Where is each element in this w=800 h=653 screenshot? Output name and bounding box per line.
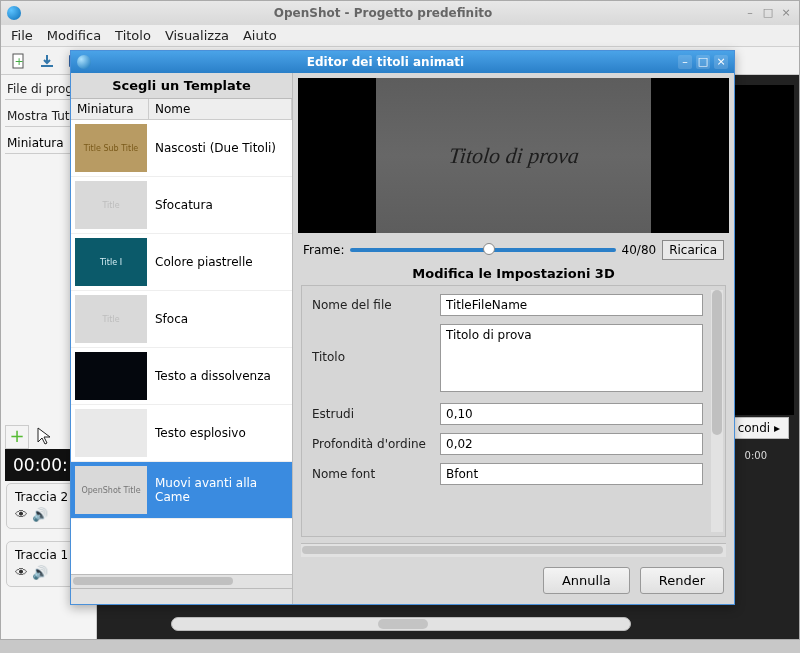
timecode-display: 00:00: — [5, 449, 75, 481]
settings-header: Modifica le Impostazioni 3D — [293, 262, 734, 285]
video-preview — [734, 85, 794, 415]
col-thumb[interactable]: Miniatura — [71, 99, 149, 119]
template-label: Testo esplosivo — [151, 426, 292, 440]
menu-title[interactable]: Titolo — [115, 28, 151, 43]
preview-stage: Titolo di prova — [298, 78, 729, 233]
title-label: Titolo — [312, 324, 440, 364]
template-label: Testo a dissolvenza — [151, 369, 292, 383]
template-thumb: Title — [75, 295, 147, 343]
minimize-icon[interactable]: – — [743, 6, 757, 20]
menu-help[interactable]: Aiuto — [243, 28, 277, 43]
dialog-icon — [77, 55, 91, 69]
frame-value: 40/80 — [622, 243, 657, 257]
preview-panel: Titolo di prova Frame: 40/80 Ricarica Mo… — [293, 73, 734, 604]
template-thumb — [75, 409, 147, 457]
preview-letterbox-right — [651, 78, 729, 233]
menu-file[interactable]: File — [11, 28, 33, 43]
extrude-label: Estrudi — [312, 407, 440, 421]
speaker-icon[interactable]: 🔊 — [32, 565, 48, 580]
dialog-titlebar[interactable]: Editor dei titoli animati – □ × — [71, 51, 734, 73]
template-thumb — [75, 352, 147, 400]
bottom-scrollbar[interactable] — [171, 617, 631, 631]
template-label: Sfoca — [151, 312, 292, 326]
settings-hscroll[interactable] — [301, 543, 726, 557]
preview-letterbox-left — [298, 78, 376, 233]
title-textarea[interactable] — [440, 324, 703, 392]
filename-label: Nome del file — [312, 298, 440, 312]
menu-edit[interactable]: Modifica — [47, 28, 101, 43]
render-button[interactable]: Render — [640, 567, 724, 594]
template-thumb: OpenShot Title — [75, 466, 147, 514]
template-thumb: Title I — [75, 238, 147, 286]
template-panel-header: Scegli un Template — [71, 73, 292, 98]
settings-vscroll[interactable] — [711, 290, 723, 532]
settings-3d: Nome del file Titolo Estrudi Profondità … — [301, 285, 726, 537]
maximize-icon[interactable]: □ — [761, 6, 775, 20]
dialog-maximize-icon[interactable]: □ — [696, 55, 710, 69]
import-icon[interactable] — [37, 51, 57, 71]
template-label: Muovi avanti alla Came — [151, 476, 292, 504]
preview-text: Titolo di prova — [447, 143, 580, 169]
dialog-minimize-icon[interactable]: – — [678, 55, 692, 69]
font-input[interactable] — [440, 463, 703, 485]
reload-button[interactable]: Ricarica — [662, 240, 724, 260]
template-panel: Scegli un Template Miniatura Nome Title … — [71, 73, 293, 604]
cursor-icon[interactable] — [35, 426, 57, 448]
eye-icon[interactable]: 👁 — [15, 565, 28, 580]
menubar: File Modifica Titolo Visualizza Aiuto — [1, 25, 799, 47]
ruler-zero: 0:00 — [745, 450, 767, 461]
template-thumb: Title Sub Title — [75, 124, 147, 172]
seconds-button[interactable]: condi ▸ — [729, 417, 789, 439]
cancel-button[interactable]: Annulla — [543, 567, 630, 594]
scrollbar-thumb[interactable] — [378, 619, 428, 629]
main-titlebar: OpenShot - Progetto predefinito – □ × — [1, 1, 799, 25]
menu-view[interactable]: Visualizza — [165, 28, 229, 43]
col-name[interactable]: Nome — [149, 99, 292, 119]
speaker-icon[interactable]: 🔊 — [32, 507, 48, 522]
slider-knob[interactable] — [483, 243, 495, 255]
svg-rect-2 — [41, 65, 53, 67]
template-hscroll[interactable] — [71, 574, 292, 588]
timeline-controls: + — [5, 425, 57, 449]
frame-label: Frame: — [303, 243, 344, 257]
close-icon[interactable]: × — [779, 6, 793, 20]
frame-slider[interactable] — [350, 248, 615, 252]
template-row[interactable]: Testo esplosivo — [71, 405, 292, 462]
template-footer — [71, 588, 292, 604]
template-label: Sfocatura — [151, 198, 292, 212]
animated-title-dialog: Editor dei titoli animati – □ × Scegli u… — [70, 50, 735, 605]
svg-text:+: + — [14, 55, 23, 68]
eye-icon[interactable]: 👁 — [15, 507, 28, 522]
template-row[interactable]: Testo a dissolvenza — [71, 348, 292, 405]
main-title: OpenShot - Progetto predefinito — [27, 6, 739, 20]
app-icon — [7, 6, 21, 20]
extrude-input[interactable] — [440, 403, 703, 425]
add-track-button[interactable]: + — [5, 425, 29, 449]
scrollbar-thumb[interactable] — [73, 577, 233, 585]
template-thumb: Title — [75, 181, 147, 229]
template-label: Colore piastrelle — [151, 255, 292, 269]
depth-label: Profondità d'ordine — [312, 437, 440, 451]
template-row[interactable]: TitleSfocatura — [71, 177, 292, 234]
font-label: Nome font — [312, 467, 440, 481]
new-file-icon[interactable]: + — [9, 51, 29, 71]
frame-row: Frame: 40/80 Ricarica — [293, 238, 734, 262]
preview-center: Titolo di prova — [376, 78, 651, 233]
depth-input[interactable] — [440, 433, 703, 455]
scrollbar-thumb[interactable] — [302, 546, 723, 554]
template-list: Miniatura Nome Title Sub TitleNascosti (… — [71, 98, 292, 574]
template-row[interactable]: TitleSfoca — [71, 291, 292, 348]
template-row[interactable]: OpenShot TitleMuovi avanti alla Came — [71, 462, 292, 519]
dialog-buttons: Annulla Render — [293, 557, 734, 604]
scrollbar-thumb[interactable] — [712, 290, 722, 435]
template-row[interactable]: Title Sub TitleNascosti (Due Titoli) — [71, 120, 292, 177]
dialog-title: Editor dei titoli animati — [97, 55, 674, 69]
filename-input[interactable] — [440, 294, 703, 316]
dialog-close-icon[interactable]: × — [714, 55, 728, 69]
template-label: Nascosti (Due Titoli) — [151, 141, 292, 155]
template-row[interactable]: Title IColore piastrelle — [71, 234, 292, 291]
